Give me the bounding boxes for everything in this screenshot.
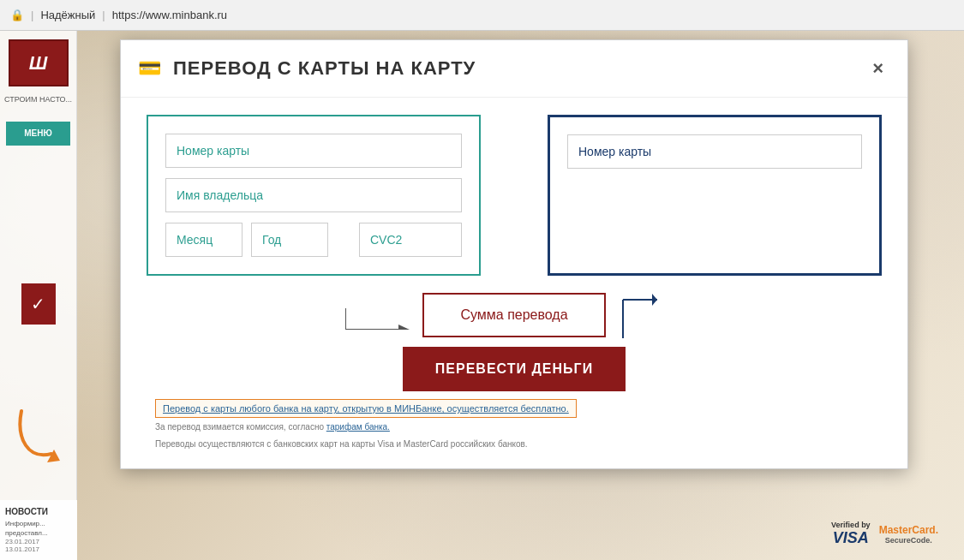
lock-icon: 🔒 xyxy=(10,9,24,21)
to-card-number-input[interactable] xyxy=(567,134,862,169)
right-arrow-icon xyxy=(619,291,662,338)
news-date-2: 13.01.2017 xyxy=(5,545,72,553)
left-arrow-icon xyxy=(345,300,410,330)
from-card-panel xyxy=(147,115,481,276)
orange-arrow-decoration xyxy=(4,402,73,474)
commission-info: За перевод взимается комиссия, согласно … xyxy=(155,420,873,434)
payment-logos: Verified by VISA MasterCard. SecureCode. xyxy=(831,521,938,547)
browser-url[interactable]: https://www.minbank.ru xyxy=(112,9,227,21)
news-section: НОВОСТИ Информир... предоставл... 23.01.… xyxy=(0,500,77,560)
mastercard-label: MasterCard. xyxy=(879,524,938,536)
modal-overlay: 💳 ПЕРЕВОД С КАРТЫ НА КАРТУ × xyxy=(77,31,964,560)
transfer-arrow-row xyxy=(147,291,882,338)
amount-input-wrapper xyxy=(422,293,606,337)
free-transfer-info: Перевод с карты любого банка на карту, о… xyxy=(155,399,577,418)
logo: Ш xyxy=(9,39,69,86)
svg-marker-6 xyxy=(652,294,657,306)
modal-close-button[interactable]: × xyxy=(865,54,890,83)
visa-logo: VISA xyxy=(833,529,869,547)
orange-arrow-icon xyxy=(4,402,73,471)
modal-header: 💳 ПЕРЕВОД С КАРТЫ НА КАРТУ × xyxy=(121,40,907,98)
modal-body: ПЕРЕВЕСТИ ДЕНЬГИ Перевод с карты любого … xyxy=(121,98,907,468)
securecode-label: SecureCode. xyxy=(885,536,932,545)
transfer-note: Переводы осуществляются с банковских кар… xyxy=(155,438,873,451)
browser-bar: 🔒 | Надёжный | https://www.minbank.ru xyxy=(0,0,964,31)
amount-input[interactable] xyxy=(424,295,604,336)
transfer-button[interactable]: ПЕРЕВЕСТИ ДЕНЬГИ xyxy=(403,347,626,391)
modal-title: ПЕРЕВОД С КАРТЫ НА КАРТУ xyxy=(173,57,865,80)
left-arrow-container xyxy=(147,300,422,330)
verified-by-visa: Verified by VISA xyxy=(831,521,871,547)
document-icon xyxy=(21,283,56,325)
from-card-number-input[interactable] xyxy=(165,134,462,168)
svg-marker-3 xyxy=(398,325,410,330)
news-title: НОВОСТИ xyxy=(5,507,72,516)
mastercard-securecode: MasterCard. SecureCode. xyxy=(879,524,938,545)
from-card-cvc-input[interactable] xyxy=(359,223,462,257)
menu-button[interactable]: МЕНЮ xyxy=(6,122,70,146)
transfer-button-row: ПЕРЕВЕСТИ ДЕНЬГИ xyxy=(147,347,882,391)
verified-by-label: Verified by xyxy=(831,521,871,529)
info-highlight-box: Перевод с карты любого банка на карту, о… xyxy=(155,402,873,417)
from-card-expiry-row xyxy=(165,223,462,257)
secure-label: Надёжный xyxy=(40,9,95,21)
document-icon-area xyxy=(13,283,64,325)
free-transfer-text: Перевод с карты любого банка на карту, о… xyxy=(163,403,569,414)
logo-text: СТРОИМ НАСТО... xyxy=(1,95,75,104)
from-card-month-input[interactable] xyxy=(165,223,242,257)
right-arrow-container xyxy=(606,291,882,338)
transfer-card-icon: 💳 xyxy=(138,57,161,80)
transfer-modal: 💳 ПЕРЕВОД С КАРТЫ НА КАРТУ × xyxy=(120,39,908,469)
tariff-link[interactable]: тарифам банка. xyxy=(326,422,390,432)
from-card-year-input[interactable] xyxy=(251,223,328,257)
cards-row xyxy=(147,115,882,276)
news-item-1: Информир... предоставл... xyxy=(5,520,72,538)
page-background: Ш СТРОИМ НАСТО... МЕНЮ НОВОСТИ Информир.… xyxy=(0,31,964,560)
to-card-panel xyxy=(548,115,882,276)
sidebar: Ш СТРОИМ НАСТО... МЕНЮ НОВОСТИ Информир.… xyxy=(0,31,77,560)
bottom-info: Перевод с карты любого банка на карту, о… xyxy=(147,402,882,451)
news-date-1: 23.01.2017 xyxy=(5,538,72,545)
from-card-owner-input[interactable] xyxy=(165,178,462,212)
